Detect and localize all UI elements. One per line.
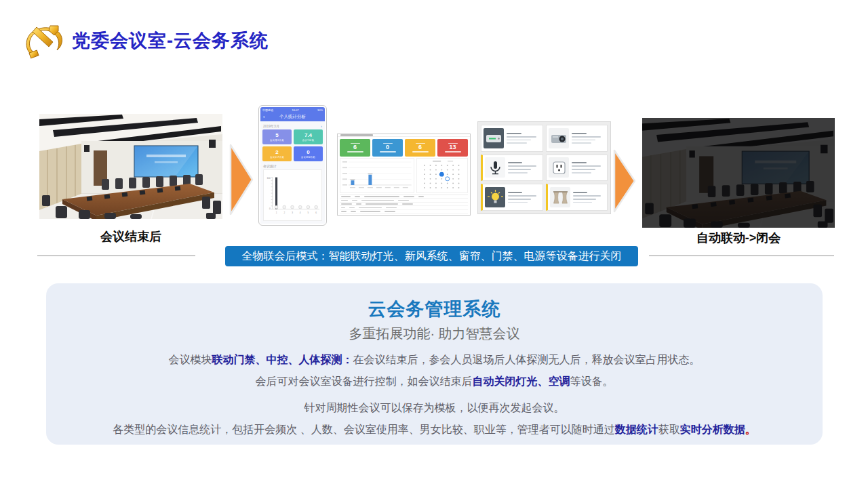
projector-icon — [549, 128, 569, 148]
placeholder-text — [380, 151, 396, 152]
divider-line — [649, 256, 834, 256]
phone-stat-card: 2会议申请次数 — [262, 146, 292, 161]
placeholder-text — [418, 196, 424, 197]
text-segment: 会后可对会议室设备进行控制，如会议结束后 — [256, 375, 473, 387]
iot-mode-banner: 全物联会后模式：智能联动灯光、新风系统、窗帘、门禁、电源等设备进行关闭 — [225, 246, 638, 266]
placeholder-text — [508, 162, 522, 163]
placeholder-text — [508, 199, 531, 200]
placeholder-text — [356, 203, 361, 205]
placeholder-text — [355, 196, 360, 197]
phone-nav-bar: ‹ 个人统计分析 — [260, 113, 325, 121]
arrow-right-icon — [228, 143, 255, 216]
placeholder-text — [508, 192, 522, 193]
svg-text:2: 2 — [283, 211, 285, 214]
device-card — [481, 155, 543, 182]
text-segment: 数据统计 — [615, 424, 658, 435]
placeholder-text — [572, 133, 587, 134]
device-info — [507, 133, 540, 144]
stat-value: 0 — [307, 149, 309, 155]
svg-text:100: 100 — [267, 177, 271, 180]
placeholder-text — [398, 200, 409, 201]
placeholder-text — [573, 199, 596, 200]
svg-text:6: 6 — [315, 211, 317, 214]
stat-label: 会议通过次数 — [270, 139, 284, 142]
info-title: 云会务管理系统 — [46, 297, 823, 321]
phone-section-label: 会议统计 — [263, 164, 322, 168]
text-segment: ： — [342, 354, 353, 365]
placeholder-text — [572, 172, 592, 174]
placeholder-text — [352, 200, 357, 201]
stat-value: 13 — [449, 144, 456, 150]
placeholder-text — [508, 195, 536, 197]
placeholder-text — [508, 172, 528, 174]
text-segment: 获取 — [658, 424, 680, 435]
dashboard-stat-card: 6 — [405, 139, 435, 157]
curtain-icon — [550, 187, 570, 207]
text-segment: 自动关闭灯光、空调 — [473, 375, 570, 387]
placeholder-text — [341, 200, 348, 201]
party-emblem-icon — [23, 22, 66, 61]
placeholder-text — [366, 203, 398, 205]
page-title: 党委会议室-云会务系统 — [72, 28, 269, 53]
phone-app-screenshot: 中国移动 16:07 30% ‹ 个人统计分析 2019年3月 › 5会议通过次… — [258, 105, 327, 226]
text-segment: 等设备。 — [570, 375, 614, 387]
placeholder-text — [386, 207, 397, 209]
text-segment: 实时分析数据 — [680, 424, 745, 435]
arrow-right-icon — [612, 148, 637, 214]
placeholder-text — [572, 142, 592, 144]
phone-app-title: 个人统计分析 — [279, 114, 306, 120]
text-segment: 各类型的会议信息统计，包括开会频次 、人数、会议室使用率、男女比较、职业等，管理… — [113, 424, 614, 435]
device-info — [572, 133, 606, 144]
microphone-icon — [485, 157, 505, 178]
phone-body: 2019年3月 › 5会议通过次数7.4会议小时数2会议申请次数0会议驳回次数 … — [260, 121, 325, 224]
power-socket-icon — [549, 157, 569, 178]
placeholder-text — [573, 195, 601, 197]
text-segment: 在会议结束后，参会人员退场后人体探测无人后，释放会议室占用状态。 — [353, 354, 701, 365]
svg-text:4: 4 — [300, 211, 301, 214]
placeholder-text — [573, 202, 593, 203]
dashboard-stat-cards: 60613 — [338, 137, 470, 158]
placeholder-text — [508, 165, 536, 167]
feature-paragraph: 针对周期性会议可以保存为模板，以便再次发起会议。 — [46, 401, 823, 414]
placeholder-text — [403, 196, 414, 197]
caption-auto-linkage: 自动联动->闭会 — [642, 230, 835, 246]
back-icon: ‹ — [263, 115, 264, 119]
dashboard-screenshot: 60613 — [337, 134, 471, 216]
device-card — [481, 184, 543, 211]
placeholder-text — [412, 151, 429, 152]
stat-value: 6 — [418, 144, 422, 150]
device-info — [508, 162, 540, 174]
phone-stat-card: 0会议驳回次数 — [294, 146, 323, 161]
feature-paragraph: 会议模块联动门禁、中控、人体探测：在会议结束后，参会人员退场后人体探测无人后，释… — [46, 353, 823, 366]
placeholder-text — [341, 207, 345, 209]
cloud-conference-info-box: 云会务管理系统 多重拓展功能· 助力智慧会议 会议模块联动门禁、中控、人体探测：… — [46, 283, 823, 445]
placeholder-text — [384, 211, 395, 212]
chevron-right-icon: › — [321, 124, 322, 128]
placeholder-text — [507, 133, 521, 134]
stat-label: 会议申请次数 — [270, 156, 284, 159]
phone-stat-card: 5会议通过次数 — [262, 129, 292, 144]
device-info — [573, 192, 606, 203]
placeholder-text — [508, 202, 528, 203]
table-row — [340, 210, 468, 214]
phone-stat-cards: 5会议通过次数7.4会议小时数2会议申请次数0会议驳回次数 — [262, 129, 323, 161]
placeholder-text — [349, 207, 355, 209]
svg-text:5: 5 — [308, 211, 309, 214]
placeholder-text — [507, 140, 531, 141]
placeholder-text — [508, 169, 531, 170]
device-info — [572, 162, 606, 174]
dashboard-middle — [338, 158, 470, 193]
placeholder-text — [572, 136, 601, 138]
stat-value: 0 — [386, 144, 389, 150]
placeholder-text — [361, 200, 394, 201]
feature-paragraph: 各类型的会议信息统计，包括开会频次 、人数、会议室使用率、男女比较、职业等，管理… — [46, 423, 823, 436]
meeting-room-photo-bright — [39, 114, 222, 219]
device-card — [546, 125, 608, 152]
placeholder-text — [364, 196, 399, 197]
dashboard-stat-card: 13 — [437, 139, 468, 157]
text-segment: 。 — [745, 424, 756, 435]
media-host-icon — [484, 128, 504, 148]
feature-paragraph: 会后可对会议室设备进行控制，如会议结束后自动关闭灯光、空调等设备。 — [46, 375, 823, 388]
placeholder-text — [445, 151, 461, 152]
phone-status-bar: 中国移动 16:07 30% — [260, 107, 325, 113]
